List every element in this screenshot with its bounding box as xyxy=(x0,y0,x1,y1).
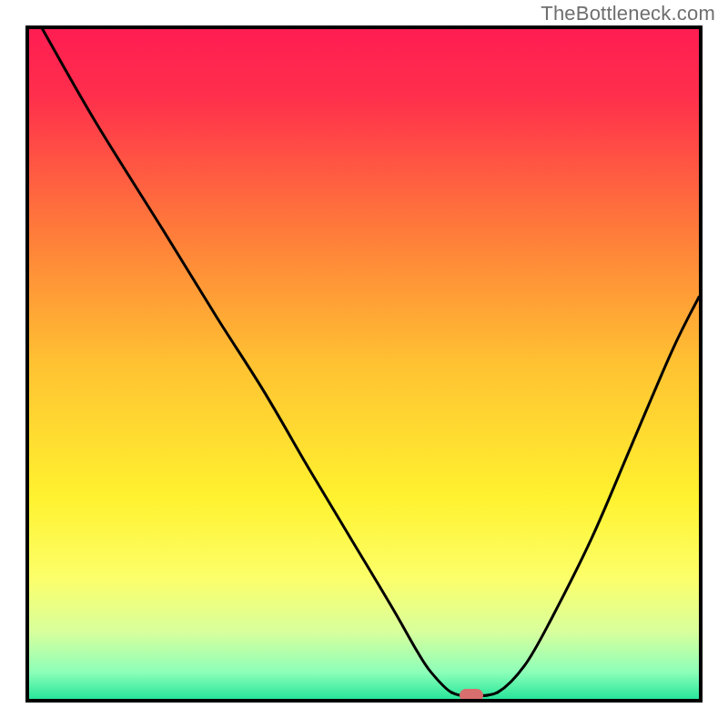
bottleneck-curve xyxy=(29,29,699,699)
plot-frame xyxy=(25,25,703,703)
chart-stage: TheBottleneck.com xyxy=(0,0,728,728)
optimal-marker xyxy=(460,689,483,702)
watermark-text: TheBottleneck.com xyxy=(541,2,715,25)
